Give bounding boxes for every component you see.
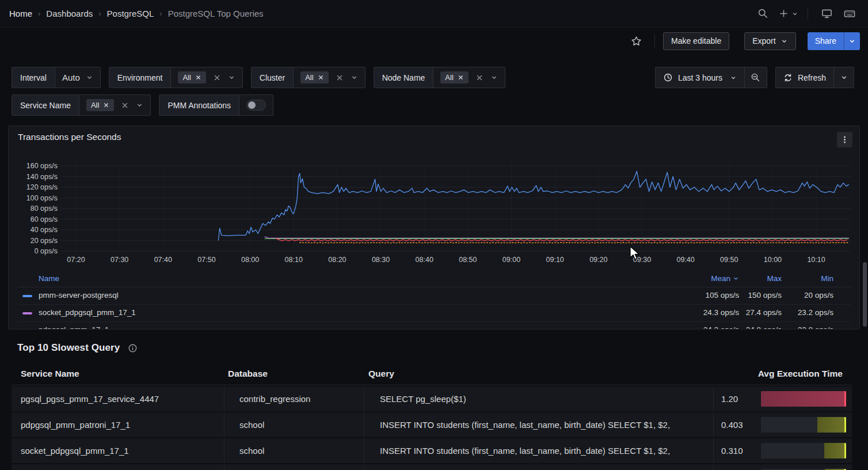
export-label: Export xyxy=(752,36,775,46)
filter-value-interval[interactable]: Auto xyxy=(55,67,100,88)
table-row[interactable]: pdpgsql_pmm_patroni_17_1schoolINSERT INT… xyxy=(12,412,852,437)
series-color-swatch[interactable] xyxy=(22,312,32,314)
make-editable-button[interactable]: Make editable xyxy=(663,32,729,50)
gauge-fill xyxy=(817,417,846,433)
x-axis-tick-label: 08:30 xyxy=(372,256,390,264)
topnav-actions xyxy=(753,5,859,23)
cell-query: INSERT INTO students (first_name, last_n… xyxy=(364,464,714,470)
kebab-menu-icon[interactable] xyxy=(837,132,852,147)
cell-avg-execution-time: 1.20 xyxy=(721,386,756,411)
filter-chip-all[interactable]: All xyxy=(300,71,328,84)
chevron-down-icon xyxy=(86,74,93,81)
gauge-fill xyxy=(761,391,846,407)
time-range-label: Last 3 hours xyxy=(678,73,722,82)
tps-chart[interactable]: 0 ops/s20 ops/s40 ops/s60 ops/s80 ops/s1… xyxy=(9,151,860,271)
y-axis-tick-label: 120 ops/s xyxy=(26,183,58,191)
time-range-picker[interactable]: Last 3 hours xyxy=(656,67,744,88)
star-icon[interactable] xyxy=(627,32,645,50)
series-color-swatch[interactable] xyxy=(22,295,32,297)
breadcrumb: Home›Dashboards›PostgreSQL›PostgreSQL To… xyxy=(9,9,264,18)
series-name[interactable]: pdpgsql_pmm_17_1 xyxy=(39,325,109,329)
filter-label-cluster: Cluster xyxy=(252,67,294,88)
x-axis-tick-label: 07:40 xyxy=(154,256,172,264)
cell-service-name: socket_pdpgsql_pmm_17_1 xyxy=(12,438,224,463)
share-label: Share xyxy=(815,36,836,46)
filter-chip-all[interactable]: All xyxy=(178,71,205,84)
series-name[interactable]: socket_pdpgsql_pmm_17_1 xyxy=(39,308,136,317)
time-controls: Last 3 hours Refresh xyxy=(655,67,854,88)
chip-label: All xyxy=(182,73,191,82)
column-header-service-name[interactable]: Service Name xyxy=(21,369,79,379)
clock-icon xyxy=(663,73,673,82)
gauge-cap xyxy=(844,443,846,458)
chevron-down-icon[interactable] xyxy=(490,74,498,81)
filter-value-cluster[interactable]: All xyxy=(294,67,364,88)
breadcrumb-item[interactable]: PostgreSQL Top Queries xyxy=(168,9,264,18)
remove-chip-icon[interactable] xyxy=(195,74,201,81)
keyboard-icon[interactable] xyxy=(840,5,859,23)
clear-selection-icon[interactable] xyxy=(336,74,344,82)
filter-pmm-annotations: PMM Annotations xyxy=(159,94,273,116)
info-icon[interactable] xyxy=(128,343,138,353)
cell-database: school xyxy=(224,412,364,437)
y-axis-tick-label: 100 ops/s xyxy=(26,194,58,202)
remove-chip-icon[interactable] xyxy=(318,74,324,81)
filter-service-name: Service NameAll xyxy=(12,94,151,116)
filter-value-pmm-annotations[interactable] xyxy=(239,95,273,115)
filter-chip-all[interactable]: All xyxy=(440,71,468,84)
chevron-down-icon[interactable] xyxy=(228,74,235,81)
series-name[interactable]: pmm-server-postgresql xyxy=(39,291,119,300)
grafana-dashboard: Home›Dashboards›PostgreSQL›PostgreSQL To… xyxy=(0,0,868,470)
breadcrumb-item[interactable]: Home xyxy=(9,9,32,18)
chevron-down-icon[interactable] xyxy=(351,74,358,81)
share-button[interactable]: Share xyxy=(808,32,844,50)
refresh-control: Refresh xyxy=(775,67,854,88)
legend-sort-max[interactable]: Max xyxy=(724,274,782,283)
cell-database: school xyxy=(224,464,364,470)
filter-value-environment[interactable]: All xyxy=(171,67,242,88)
legend-sort-name[interactable]: Name xyxy=(39,274,59,283)
gauge-cap xyxy=(844,391,846,407)
remove-chip-icon[interactable] xyxy=(103,102,109,108)
x-axis-tick-label: 08:10 xyxy=(285,256,303,264)
cell-service-name: pdpgsql_pmm_17_1 xyxy=(12,464,224,470)
scrollbar-thumb[interactable] xyxy=(863,262,867,327)
filter-chip-all[interactable]: All xyxy=(86,99,114,111)
export-button[interactable]: Export xyxy=(744,32,795,50)
refresh-button[interactable]: Refresh xyxy=(776,67,833,88)
cell-query: INSERT INTO students (first_name, last_n… xyxy=(364,438,714,463)
monitor-icon[interactable] xyxy=(817,5,836,23)
table-row[interactable]: socket_pdpgsql_pmm_17_1schoolINSERT INTO… xyxy=(12,438,852,463)
remove-chip-icon[interactable] xyxy=(458,74,464,81)
table-row[interactable]: pgsql_pgss_pmm_17_service_4447contrib_re… xyxy=(12,386,852,411)
filter-value-service-name[interactable]: All xyxy=(79,95,150,115)
zoom-out-button[interactable] xyxy=(745,67,767,88)
refresh-interval-button[interactable] xyxy=(834,67,854,88)
add-menu-button[interactable] xyxy=(776,5,798,23)
table-row[interactable]: pdpgsql_pmm_17_1schoolINSERT INTO studen… xyxy=(12,464,852,470)
pmm-annotations-toggle[interactable] xyxy=(246,100,266,111)
filter-value-node-name[interactable]: All xyxy=(433,67,504,88)
panel-title[interactable]: Transactions per Seconds xyxy=(18,132,121,142)
x-axis-tick-label: 07:50 xyxy=(197,256,215,264)
chip-label: All xyxy=(305,73,313,82)
clear-selection-icon[interactable] xyxy=(121,101,129,109)
clear-selection-icon[interactable] xyxy=(475,74,484,82)
legend-sort-min[interactable]: Min xyxy=(776,274,833,283)
search-icon[interactable] xyxy=(753,5,772,23)
column-header-database[interactable]: Database xyxy=(228,369,268,379)
cell-query: INSERT INTO students (first_name, last_n… xyxy=(364,412,714,437)
share-menu-button[interactable] xyxy=(844,32,860,50)
toggle-knob xyxy=(248,101,256,109)
filter-label-node-name: Node Name xyxy=(374,67,434,88)
x-axis-tick-label: 10:00 xyxy=(764,256,782,264)
divider xyxy=(654,35,655,47)
breadcrumb-item[interactable]: Dashboards xyxy=(46,9,93,18)
column-header-avg-execution-time[interactable]: Avg Execution Time xyxy=(758,369,843,379)
plus-icon[interactable] xyxy=(776,5,790,23)
column-header-query[interactable]: Query xyxy=(368,369,394,379)
series-line-series-5 xyxy=(299,242,848,243)
chevron-down-icon[interactable] xyxy=(136,101,143,109)
breadcrumb-item[interactable]: PostgreSQL xyxy=(107,9,154,18)
clear-selection-icon[interactable] xyxy=(213,74,221,82)
